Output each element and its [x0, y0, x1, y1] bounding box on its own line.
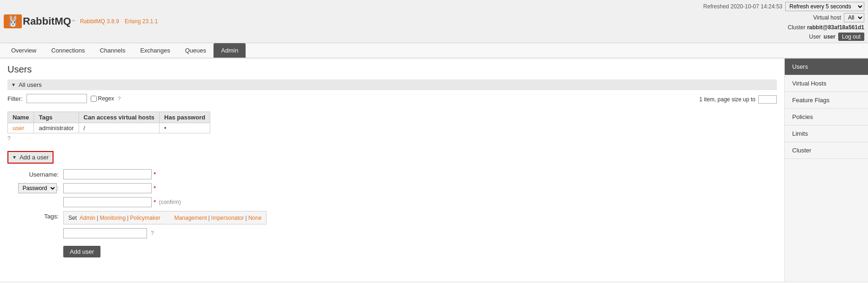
confirm-password-row: * (confirm) — [7, 197, 777, 207]
sidebar-item-feature-flags[interactable]: Feature Flags — [785, 92, 868, 109]
content-area: Users ▼ All users Filter: Regex ? 1 item… — [0, 59, 784, 282]
cluster-area: Cluster rabbit@83af18a561d1 — [788, 24, 864, 31]
sidebar-item-cluster[interactable]: Cluster — [785, 142, 868, 159]
user-label: User — [809, 33, 821, 40]
logo-text: RabbitMQ — [23, 15, 71, 27]
pagesize-label: 1 item, page size up to — [699, 96, 755, 103]
add-user-header[interactable]: ▼ Add a user — [7, 151, 53, 164]
logout-button[interactable]: Log out — [838, 33, 864, 41]
users-table: Name Tags Can access virtual hosts Has p… — [7, 112, 210, 133]
filter-label: Filter: — [7, 95, 23, 102]
tag-admin[interactable]: Admin — [80, 215, 95, 221]
tab-admin[interactable]: Admin — [214, 43, 246, 58]
logo-icon: 🐰 — [4, 14, 22, 28]
username-required: * — [154, 171, 156, 178]
table-row: user administrator / • — [8, 123, 210, 133]
confirm-text: (confirm) — [159, 199, 180, 205]
regex-checkbox[interactable] — [91, 96, 97, 102]
tags-help-icon[interactable]: ? — [151, 230, 154, 237]
set-label: Set — [68, 215, 77, 221]
tag-policymaker[interactable]: Policymaker — [130, 215, 160, 221]
all-users-section-header[interactable]: ▼ All users — [7, 79, 777, 90]
user-has-password-cell: • — [160, 123, 210, 133]
refresh-select[interactable]: Refresh every 5 seconds Refresh every 10… — [785, 2, 864, 11]
user-link[interactable]: user — [13, 125, 24, 132]
all-users-label: All users — [19, 81, 42, 88]
user-name: user — [824, 33, 835, 40]
user-name-cell: user — [8, 123, 34, 133]
tag-monitoring[interactable]: Monitoring — [100, 215, 126, 221]
password-row: Password Hashed : * — [7, 183, 777, 193]
tags-row: Tags: Set Admin | Monitoring | Policymak… — [7, 211, 777, 238]
erlang-version: Erlang 23.1.1 — [125, 18, 158, 25]
filter-input[interactable] — [27, 94, 87, 103]
password-label: Password Hashed : — [7, 183, 63, 193]
confirm-password-input[interactable] — [63, 197, 152, 207]
page-title: Users — [7, 64, 777, 75]
main-layout: Users ▼ All users Filter: Regex ? 1 item… — [0, 59, 868, 282]
vhost-label: Virtual host — [813, 14, 841, 21]
filter-row: Filter: Regex ? — [7, 94, 120, 103]
user-area: User user Log out — [809, 33, 864, 41]
user-tags-cell: administrator — [34, 123, 79, 133]
logo-tm: ™ — [71, 19, 75, 24]
pagesize-row: 1 item, page size up to 100 — [699, 95, 777, 104]
refresh-area: Refreshed 2020-10-07 14:24:53 Refresh ev… — [703, 2, 864, 11]
sidebar: Users Virtual Hosts Feature Flags Polici… — [784, 59, 868, 282]
password-input[interactable] — [63, 183, 152, 193]
tab-connections[interactable]: Connections — [44, 43, 92, 58]
tab-exchanges[interactable]: Exchanges — [133, 43, 177, 58]
version-info: RabbitMQ 3.8.9 Erlang 23.1.1 — [80, 18, 158, 25]
tags-input[interactable] — [63, 228, 147, 238]
username-row: Username: * — [7, 169, 777, 179]
sidebar-item-limits[interactable]: Limits — [785, 125, 868, 142]
password-required: * — [154, 184, 156, 192]
rabbitmq-version: RabbitMQ 3.8.9 — [80, 18, 119, 25]
vhost-select[interactable]: All / — [844, 13, 864, 22]
tab-queues[interactable]: Queues — [178, 43, 214, 58]
tab-channels[interactable]: Channels — [92, 43, 133, 58]
regex-checkbox-label: Regex — [91, 95, 114, 102]
tags-box: Set Admin | Monitoring | Policymaker Man… — [63, 211, 267, 224]
col-name: Name — [8, 112, 34, 123]
sidebar-item-policies[interactable]: Policies — [785, 109, 868, 125]
regex-label-text: Regex — [98, 95, 114, 102]
tag-none[interactable]: None — [248, 215, 262, 221]
add-user-triangle: ▼ — [12, 155, 17, 160]
tag-management[interactable]: Management — [174, 215, 207, 221]
refreshed-text: Refreshed 2020-10-07 14:24:53 — [703, 3, 782, 10]
filter-help-icon[interactable]: ? — [118, 96, 120, 101]
logo-area: 🐰 RabbitMQ ™ RabbitMQ 3.8.9 Erlang 23.1.… — [4, 14, 158, 28]
add-user-section: ▼ Add a user Username: * Password Hashed… — [7, 151, 777, 257]
username-input[interactable] — [63, 169, 152, 179]
tags-content: Set Admin | Monitoring | Policymaker Man… — [63, 211, 267, 238]
tags-label: Tags: — [7, 211, 63, 220]
vhost-area: Virtual host All / — [813, 13, 864, 22]
password-type-select[interactable]: Password Hashed — [18, 183, 57, 193]
collapse-triangle: ▼ — [11, 82, 16, 87]
col-vhosts: Can access virtual hosts — [79, 112, 159, 123]
username-label: Username: — [7, 171, 63, 178]
add-user-button[interactable]: Add user — [63, 246, 100, 257]
cluster-name: rabbit@83af18a561d1 — [807, 24, 864, 31]
topbar: 🐰 RabbitMQ ™ RabbitMQ 3.8.9 Erlang 23.1.… — [0, 0, 868, 43]
user-vhosts-cell: / — [79, 123, 159, 133]
col-tags: Tags — [34, 112, 79, 123]
table-help-icon[interactable]: ? — [7, 135, 11, 142]
cluster-label: Cluster — [788, 24, 806, 31]
navbar: Overview Connections Channels Exchanges … — [0, 43, 868, 59]
sidebar-item-users[interactable]: Users — [785, 59, 868, 75]
tag-impersonator[interactable]: Impersonator — [211, 215, 244, 221]
tab-overview[interactable]: Overview — [4, 43, 44, 58]
confirm-required: * — [154, 198, 156, 206]
tags-set-row: Set Admin | Monitoring | Policymaker Man… — [68, 214, 261, 221]
top-right: Refreshed 2020-10-07 14:24:53 Refresh ev… — [703, 2, 864, 41]
sidebar-item-virtual-hosts[interactable]: Virtual Hosts — [785, 75, 868, 92]
col-password: Has password — [160, 112, 210, 123]
pagesize-input[interactable]: 100 — [758, 95, 777, 104]
add-user-label: Add a user — [20, 154, 49, 161]
